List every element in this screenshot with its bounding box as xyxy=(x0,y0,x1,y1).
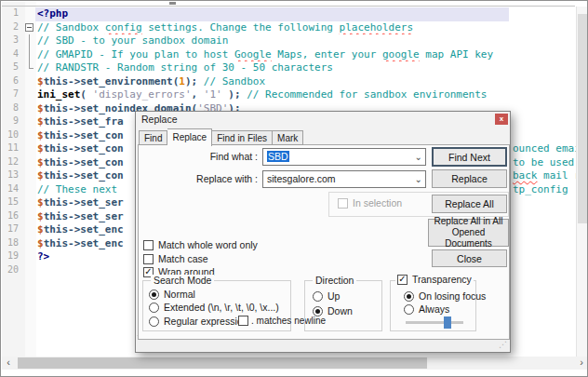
code-line[interactable]: 4// GMAPID - If you plan to host Google … xyxy=(2,48,575,62)
line-number: 5 xyxy=(2,61,23,75)
fold-marker xyxy=(23,156,35,170)
line-number: 1 xyxy=(2,7,23,21)
checkbox-box xyxy=(338,198,348,209)
fold-marker xyxy=(23,75,35,89)
search-mode-extended-radio[interactable]: Extended (\n, \r, \t, \0, \x...) xyxy=(149,302,279,313)
fold-marker xyxy=(23,183,35,197)
line-number: 3 xyxy=(2,34,23,48)
replace-dialog: Replace x Find Replace Find in Files Mar… xyxy=(135,111,511,353)
resize-grip-icon[interactable]: ⋰ xyxy=(499,339,507,350)
checkbox-box[interactable] xyxy=(143,240,154,250)
code-line[interactable]: 5// RANDSTR - Random string of 30 - 50 c… xyxy=(2,61,575,75)
search-mode-label: Search Mode xyxy=(151,275,214,286)
line-number: 14 xyxy=(2,183,23,197)
line-number: 17 xyxy=(2,223,23,237)
line-number: 13 xyxy=(2,169,23,183)
line-number: 19 xyxy=(2,250,23,264)
radio-circle[interactable] xyxy=(313,306,323,316)
horizontal-scrollbar-thumb[interactable] xyxy=(18,357,427,369)
line-number: 8 xyxy=(2,102,23,116)
radio-circle[interactable] xyxy=(404,304,414,315)
radio-circle[interactable] xyxy=(404,291,414,302)
transparency-slider[interactable] xyxy=(406,316,463,329)
checkbox-box[interactable] xyxy=(143,254,154,264)
find-what-value: SBD xyxy=(267,151,289,162)
always-radio[interactable]: Always xyxy=(404,303,449,315)
match-whole-word-checkbox[interactable]: Match whole word only xyxy=(143,239,258,250)
find-what-label: Find what : xyxy=(139,151,258,162)
fold-marker xyxy=(23,115,35,129)
line-number: 15 xyxy=(2,196,23,210)
vertical-scrollbar-thumb[interactable] xyxy=(578,14,588,223)
transparency-checkbox[interactable]: ✓ Transparency xyxy=(395,274,474,285)
fold-marker xyxy=(23,210,35,224)
fold-marker xyxy=(23,237,35,251)
replace-all-button[interactable]: Replace All xyxy=(432,195,507,213)
close-icon[interactable]: x xyxy=(495,114,508,125)
scroll-right-icon[interactable]: › xyxy=(575,357,588,370)
direction-group: Direction Up Down xyxy=(304,280,382,331)
fold-marker xyxy=(23,102,35,116)
on-losing-focus-radio[interactable]: On losing focus xyxy=(404,290,486,302)
match-whole-word-label: Match whole word only xyxy=(158,239,258,250)
close-button[interactable]: Close xyxy=(432,249,507,267)
replace-with-label: Replace with : xyxy=(139,173,258,184)
slider-thumb[interactable] xyxy=(444,316,451,329)
fold-marker xyxy=(23,250,35,264)
checkbox-box[interactable] xyxy=(238,316,248,326)
code-line[interactable]: 1<?php xyxy=(2,7,575,21)
notepadpp-window: 1<?php2// Sandbox config settings. Chang… xyxy=(0,0,588,377)
fold-marker xyxy=(23,264,35,278)
dialog-tabs: Find Replace Find in Files Mark xyxy=(139,128,303,145)
direction-down-radio[interactable]: Down xyxy=(313,305,353,316)
replace-with-input[interactable]: sitesgalore.com ⌄ xyxy=(262,170,426,188)
search-mode-group: Search Mode Normal Extended (\n, \r, \t,… xyxy=(142,280,291,331)
radio-circle[interactable] xyxy=(149,289,159,300)
dialog-title: Replace xyxy=(141,114,178,125)
titlebar-remnant xyxy=(169,2,176,5)
line-number: 10 xyxy=(2,129,23,143)
tab-find-in-files[interactable]: Find in Files xyxy=(212,130,273,145)
line-number: 7 xyxy=(2,88,23,102)
slider-track[interactable] xyxy=(406,321,463,324)
down-label: Down xyxy=(327,305,353,316)
tab-replace[interactable]: Replace xyxy=(167,128,212,146)
fold-marker xyxy=(23,48,35,62)
radio-circle[interactable] xyxy=(149,316,159,327)
replace-all-opened-button[interactable]: Replace All in All Opened Documents xyxy=(428,219,509,247)
replace-with-value: sitesgalore.com xyxy=(267,173,336,184)
code-line[interactable]: 7ini_set( 'display_errors', '1' ); // Re… xyxy=(2,88,575,102)
code-fragment: tp_config xyxy=(513,183,568,195)
match-case-checkbox[interactable]: Match case xyxy=(143,253,208,264)
direction-up-radio[interactable]: Up xyxy=(313,290,340,302)
find-what-input[interactable]: SBD ⌄ xyxy=(262,148,426,166)
radio-circle[interactable] xyxy=(149,303,159,313)
direction-label: Direction xyxy=(313,275,356,286)
vertical-scrollbar[interactable] xyxy=(576,7,588,357)
fold-marker xyxy=(23,88,35,102)
find-next-button[interactable]: Find Next xyxy=(432,147,507,167)
code-line[interactable]: 2// Sandbox config settings. Change the … xyxy=(2,21,575,35)
replace-button[interactable]: Replace xyxy=(432,169,507,188)
always-label: Always xyxy=(419,303,449,315)
search-mode-normal-radio[interactable]: Normal xyxy=(149,289,195,300)
check-icon[interactable]: ✓ xyxy=(397,275,408,285)
chevron-down-icon[interactable]: ⌄ xyxy=(415,149,422,165)
line-number: 9 xyxy=(2,115,23,129)
tab-mark[interactable]: Mark xyxy=(273,130,303,145)
on-losing-focus-label: On losing focus xyxy=(419,290,486,302)
line-number: 6 xyxy=(2,75,23,89)
fold-marker xyxy=(23,129,35,143)
scroll-left-icon[interactable]: ‹ xyxy=(2,357,15,370)
chevron-down-icon[interactable]: ⌄ xyxy=(415,171,422,187)
code-line[interactable]: 3// SBD - to your sandbox domain xyxy=(2,34,575,48)
code-text: // GMAPID - If you plan to host Google M… xyxy=(35,48,575,62)
horizontal-scrollbar[interactable]: ‹ › xyxy=(2,357,588,370)
radio-circle[interactable] xyxy=(313,291,323,302)
code-text: // SBD - to your sandbox domain xyxy=(35,34,575,48)
search-mode-regex-radio[interactable]: Regular expression xyxy=(149,316,247,327)
code-line[interactable]: 6$this->set_environment(1); // Sandbox xyxy=(2,75,575,89)
fold-marker[interactable] xyxy=(23,21,35,35)
tab-find[interactable]: Find xyxy=(139,130,167,145)
regex-label: Regular expression xyxy=(164,316,247,327)
